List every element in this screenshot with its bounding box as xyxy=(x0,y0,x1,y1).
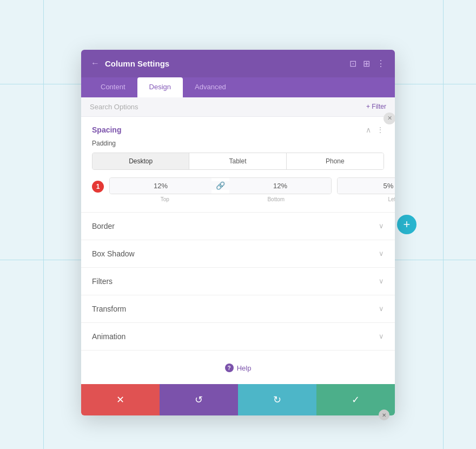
close-button[interactable]: ✕ xyxy=(384,113,395,124)
transform-section[interactable]: Transform ∨ xyxy=(81,295,395,323)
footer-actions: ✕ ↺ ↻ ✓ xyxy=(81,384,395,415)
top-label: Top xyxy=(109,196,221,202)
help-icon: ? xyxy=(225,364,234,372)
device-tab-desktop[interactable]: Desktop xyxy=(92,153,189,169)
spacing-header-icons: ∧ ⋮ xyxy=(366,126,384,134)
animation-chevron: ∨ xyxy=(379,332,384,340)
left-right-labels: Left Right xyxy=(337,196,395,202)
help-button[interactable]: ? Help xyxy=(225,364,252,372)
device-tabs: Desktop Tablet Phone xyxy=(92,153,384,170)
collapse-icon[interactable]: ∧ xyxy=(366,126,371,134)
menu-icon[interactable]: ⋮ xyxy=(376,58,385,69)
border-section[interactable]: Border ∨ xyxy=(81,213,395,240)
top-bottom-labels: Top Bottom xyxy=(109,196,332,202)
tab-design[interactable]: Design xyxy=(137,77,183,97)
redo-button[interactable]: ↻ xyxy=(238,384,316,415)
filter-button[interactable]: + Filter xyxy=(366,103,386,110)
spacing-menu-icon[interactable]: ⋮ xyxy=(376,126,384,134)
panel-title: Column Settings xyxy=(105,59,169,68)
responsive-icon[interactable]: ⊡ xyxy=(349,58,356,69)
back-icon[interactable]: ← xyxy=(91,58,100,68)
padding-inputs: 1 🔗 Top Bottom xyxy=(92,177,384,202)
animation-section[interactable]: Animation ∨ xyxy=(81,323,395,351)
padding-label: Padding xyxy=(81,140,395,153)
add-section-button[interactable]: + xyxy=(397,215,416,234)
spacing-section: Spacing ∧ ⋮ Padding Desktop Tablet Phone… xyxy=(81,117,395,213)
layout-line-v1 xyxy=(43,0,44,449)
border-label: Border xyxy=(92,222,115,230)
header-icons: ⊡ ⊞ ⋮ xyxy=(349,58,385,69)
box-shadow-label: Box Shadow xyxy=(92,249,135,258)
search-placeholder: Search Options xyxy=(90,103,138,111)
step-badge: 1 xyxy=(92,181,104,193)
box-shadow-section[interactable]: Box Shadow ∨ xyxy=(81,240,395,268)
tab-advanced[interactable]: Advanced xyxy=(183,77,238,97)
box-shadow-chevron: ∨ xyxy=(379,249,384,257)
spacing-title: Spacing xyxy=(92,126,121,134)
border-chevron: ∨ xyxy=(379,222,384,230)
top-bottom-input-row: 🔗 xyxy=(109,177,332,194)
transform-label: Transform xyxy=(92,305,126,313)
filters-chevron: ∨ xyxy=(379,277,384,285)
help-section: ? Help xyxy=(81,351,395,385)
layout-icon[interactable]: ⊞ xyxy=(363,58,370,69)
device-tab-phone[interactable]: Phone xyxy=(287,153,384,169)
padding-bottom-input[interactable] xyxy=(229,178,331,194)
animation-label: Animation xyxy=(92,332,125,341)
panel-header-left: ← Column Settings xyxy=(91,58,169,68)
top-bottom-group: 🔗 Top Bottom xyxy=(109,177,332,202)
spacing-header: Spacing ∧ ⋮ xyxy=(81,117,395,140)
link-tb-icon[interactable]: 🔗 xyxy=(211,181,229,190)
left-right-group: 🔗 Left Right xyxy=(337,177,395,202)
bottom-label: Bottom xyxy=(221,196,332,202)
tab-content[interactable]: Content xyxy=(89,77,137,97)
settings-content: Spacing ∧ ⋮ Padding Desktop Tablet Phone… xyxy=(81,117,395,385)
padding-top-input[interactable] xyxy=(110,178,211,194)
padding-left-input[interactable] xyxy=(338,178,395,194)
cancel-button[interactable]: ✕ xyxy=(81,384,160,415)
layout-line-v2 xyxy=(443,0,444,449)
column-settings-panel: ← Column Settings ⊡ ⊞ ⋮ Content Design A… xyxy=(81,50,395,416)
panel-header: ← Column Settings ⊡ ⊞ ⋮ xyxy=(81,50,395,77)
tab-bar: Content Design Advanced xyxy=(81,77,395,97)
filters-section[interactable]: Filters ∨ xyxy=(81,268,395,295)
transform-chevron: ∨ xyxy=(379,305,384,313)
device-tab-tablet[interactable]: Tablet xyxy=(189,153,286,169)
panel-close-bottom[interactable]: ✕ xyxy=(379,410,389,420)
filters-label: Filters xyxy=(92,277,113,286)
search-bar: Search Options + Filter xyxy=(81,97,395,117)
help-label: Help xyxy=(237,364,252,372)
left-right-input-row: 🔗 xyxy=(337,177,395,194)
left-label: Left xyxy=(337,196,395,202)
reset-button[interactable]: ↺ xyxy=(160,384,238,415)
